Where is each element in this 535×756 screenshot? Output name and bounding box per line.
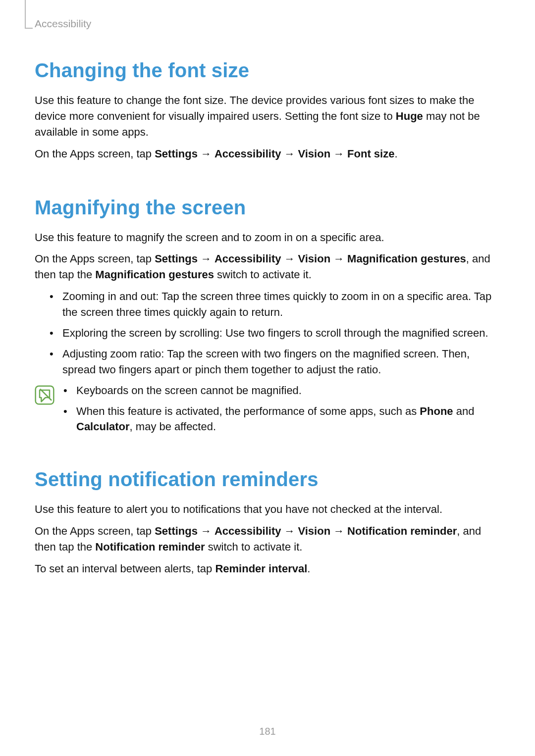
paragraph: Use this feature to change the font size… [35, 93, 500, 140]
text: On the Apps screen, tap [35, 525, 155, 537]
text: . [307, 562, 310, 575]
text: and [453, 405, 475, 417]
paragraph: On the Apps screen, tap Settings→Accessi… [35, 146, 500, 162]
text: , may be affected. [130, 420, 216, 433]
path-step: Vision [298, 148, 330, 160]
page: Accessibility Changing the font size Use… [0, 0, 535, 756]
path-step: Magnification gestures [347, 252, 466, 265]
heading-magnifying: Magnifying the screen [35, 197, 500, 219]
bold-text: Huge [396, 110, 423, 122]
note-icon [35, 385, 54, 405]
arrow-icon: → [281, 252, 298, 265]
list-item: Exploring the screen by scrolling: Use t… [50, 325, 500, 341]
page-number: 181 [0, 726, 535, 737]
text: When this feature is activated, the perf… [76, 405, 420, 417]
bold-text: Magnification gestures [95, 268, 214, 281]
breadcrumb: Accessibility [35, 15, 500, 30]
note-block: Keyboards on the screen cannot be magnif… [35, 383, 500, 440]
bold-text: Calculator [76, 420, 130, 433]
paragraph: Use this feature to alert you to notific… [35, 502, 500, 517]
text: switch to activate it. [214, 268, 312, 281]
arrow-icon: → [330, 525, 347, 537]
text: switch to activate it. [205, 541, 303, 553]
paragraph: On the Apps screen, tap Settings→Accessi… [35, 523, 500, 555]
path-step: Settings [155, 525, 198, 537]
arrow-icon: → [281, 148, 298, 160]
arrow-icon: → [198, 148, 214, 160]
path-step: Vision [298, 525, 330, 537]
bullet-list: Zooming in and out: Tap the screen three… [35, 289, 500, 377]
header-tick-icon [25, 0, 26, 29]
heading-font-size: Changing the font size [35, 59, 500, 82]
arrow-icon: → [330, 252, 347, 265]
arrow-icon: → [198, 252, 214, 265]
paragraph: Use this feature to magnify the screen a… [35, 230, 500, 246]
path-step: Font size [347, 148, 394, 160]
path-step: Settings [155, 252, 198, 265]
path-step: Notification reminder [347, 525, 457, 537]
path-step: Accessibility [214, 525, 281, 537]
path-step: Vision [298, 252, 330, 265]
bold-text: Notification reminder [95, 541, 205, 553]
path-step: Accessibility [214, 252, 281, 265]
bold-text: Phone [420, 405, 453, 417]
list-item: Keyboards on the screen cannot be magnif… [63, 383, 500, 399]
arrow-icon: → [281, 525, 298, 537]
text: On the Apps screen, tap [35, 148, 155, 160]
arrow-icon: → [330, 148, 347, 160]
text: . [394, 148, 397, 160]
paragraph: To set an interval between alerts, tap R… [35, 561, 500, 577]
path-step: Accessibility [214, 148, 281, 160]
list-item: Adjusting zoom ratio: Tap the screen wit… [50, 346, 500, 378]
text: To set an interval between alerts, tap [35, 562, 215, 575]
note-bullet-list: Keyboards on the screen cannot be magnif… [63, 383, 500, 440]
path-step: Settings [155, 148, 198, 160]
list-item: When this feature is activated, the perf… [63, 403, 500, 435]
header-area: Accessibility [35, 15, 500, 35]
heading-reminders: Setting notification reminders [35, 468, 500, 491]
bold-text: Reminder interval [215, 562, 307, 575]
svg-rect-0 [36, 386, 54, 404]
paragraph: On the Apps screen, tap Settings→Accessi… [35, 251, 500, 283]
text: On the Apps screen, tap [35, 252, 155, 265]
list-item: Zooming in and out: Tap the screen three… [50, 289, 500, 320]
arrow-icon: → [198, 525, 214, 537]
